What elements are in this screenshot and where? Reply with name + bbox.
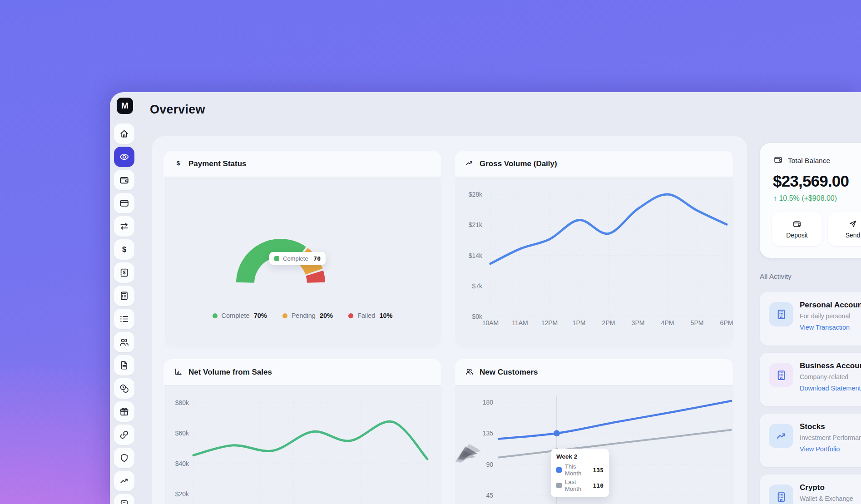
activity-icon-tile <box>769 363 793 387</box>
calculator-icon <box>119 291 129 301</box>
card-gross-volume-header: Gross Volume (Daily) <box>455 151 733 177</box>
legend-label: Failed <box>357 312 376 319</box>
activity-title: Personal Account <box>800 301 861 310</box>
sidebar-item-users[interactable] <box>114 332 134 352</box>
total-balance-amount: $23,569.00 <box>773 172 861 190</box>
net-volume-line-chart: $80k$60k$40k$20k <box>164 385 441 504</box>
activity-card-business-account[interactable]: Business AccountCompany-relatedDownload … <box>760 353 861 406</box>
legend-item-pending: Pending20% <box>282 312 333 319</box>
app-logo[interactable]: M <box>117 98 133 114</box>
sidebar-item-trend[interactable] <box>114 471 134 491</box>
card-payment-status: $ Payment Status Complete 70 Complete70%… <box>164 151 441 346</box>
sidebar-item-receipt[interactable]: $ <box>114 262 134 283</box>
tooltip-value: 110 <box>593 482 604 489</box>
axis-tick-label: $0k <box>455 313 482 320</box>
svg-text:$: $ <box>122 245 126 253</box>
users-icon <box>465 367 474 378</box>
sidebar-item-coins[interactable] <box>114 378 134 399</box>
activity-title: Crypto <box>800 483 861 492</box>
building-icon <box>775 308 787 321</box>
sidebar-item-transfer[interactable] <box>114 216 134 237</box>
legend-item-complete: Complete70% <box>213 312 267 319</box>
customers-tooltip: Week 2 This Month135Last Month110 <box>551 449 609 497</box>
dollar-icon: $ <box>119 244 129 255</box>
card-title: Payment Status <box>188 159 247 168</box>
axis-tick-label: 180 <box>455 399 493 406</box>
axis-tick-label: 12PM <box>541 319 558 326</box>
send-button[interactable]: Send <box>828 212 861 246</box>
card-title: New Customers <box>480 368 538 377</box>
tooltip-row: This Month135 <box>556 463 604 477</box>
activity-link[interactable]: View Transaction <box>800 324 861 331</box>
activity-title: Business Account <box>800 361 861 371</box>
sidebar-item-link[interactable] <box>114 425 134 445</box>
tooltip-label: Complete <box>283 255 310 262</box>
gross-volume-line-chart: $28k$21k$14k$7k$0k10AM11AM12PM1PM2PM3PM4… <box>455 177 733 346</box>
tooltip-swatch <box>556 483 562 488</box>
sidebar-item-eye[interactable] <box>114 147 134 167</box>
sidebar-item-file[interactable] <box>114 355 134 376</box>
total-balance-card: Total Balance $23,569.00 ↑ 10.5% (+$908.… <box>760 143 861 258</box>
eye-icon <box>119 152 129 162</box>
axis-tick-label: $60k <box>164 430 189 437</box>
gauge-legend: Complete70%Pending20%Failed10% <box>164 312 441 319</box>
building-icon <box>775 369 787 381</box>
bar-chart-icon <box>174 367 183 376</box>
trend-icon <box>465 159 474 169</box>
wallet-icon <box>119 175 129 185</box>
sidebar-item-device[interactable] <box>114 494 134 504</box>
activity-card-crypto[interactable]: CryptoWallet & Exchange <box>760 474 861 504</box>
axis-tick-label: 10AM <box>482 319 499 326</box>
axis-tick-label: $21k <box>455 221 482 228</box>
axis-tick-label: $20k <box>164 490 189 498</box>
sidebar-item-gift[interactable] <box>114 401 134 422</box>
axis-tick-label: 4PM <box>661 319 674 326</box>
list-icon <box>119 314 129 324</box>
activity-link[interactable]: Download Statement <box>800 385 861 392</box>
legend-value: 20% <box>320 312 333 319</box>
trend-icon <box>119 476 129 486</box>
dollar-icon: $ <box>174 159 183 168</box>
sidebar-item-home[interactable] <box>114 124 134 144</box>
tooltip-value: 135 <box>593 467 604 474</box>
all-activity-heading: All Activity <box>760 272 792 281</box>
axis-tick-label: 2PM <box>602 319 615 326</box>
activity-subtitle: Wallet & Exchange <box>800 495 861 502</box>
tooltip-value: 70 <box>313 255 321 262</box>
wallet-icon <box>773 155 783 166</box>
payment-status-gauge-chart: Complete 70 Complete70%Pending20%Failed1… <box>164 177 441 346</box>
axis-tick-label: $40k <box>164 460 189 467</box>
activity-link[interactable]: View Portfolio <box>800 445 861 453</box>
legend-dot <box>282 313 287 318</box>
axis-tick-label: 90 <box>455 461 493 468</box>
legend-dot <box>348 313 353 318</box>
deposit-button[interactable]: Deposit <box>772 212 822 246</box>
sidebar-item-wallet[interactable] <box>114 170 134 190</box>
receipt-icon: $ <box>119 267 129 278</box>
shield-icon <box>119 453 129 463</box>
send-icon <box>848 219 857 228</box>
users-icon <box>119 337 129 347</box>
tooltip-swatch <box>556 467 562 473</box>
net-volume-svg <box>164 385 441 504</box>
activity-title: Stocks <box>800 422 861 431</box>
axis-tick-label: 135 <box>455 430 493 437</box>
sidebar-item-shield[interactable] <box>114 448 134 468</box>
svg-text:$: $ <box>177 159 180 166</box>
sidebar-item-calculator[interactable] <box>114 286 134 306</box>
file-icon <box>119 360 129 371</box>
card-net-volume-header: Net Volume from Sales <box>164 360 441 385</box>
activity-card-personal-account[interactable]: Personal AccountFor daily personalView T… <box>760 292 861 346</box>
sidebar-item-dollar[interactable]: $ <box>114 239 134 260</box>
activity-text: StocksInvestment PerformanceView Portfol… <box>800 422 861 453</box>
page-title: Overview <box>150 103 205 117</box>
wallet-icon <box>792 219 802 228</box>
desktop: { "app": { "logo_letter": "M", "page_tit… <box>0 0 861 504</box>
legend-label: Complete <box>222 312 250 319</box>
balance-actions: DepositSend <box>772 212 861 246</box>
tooltip-label: This Month <box>565 463 590 477</box>
sidebar-item-credit-card[interactable] <box>114 193 134 213</box>
activity-card-stocks[interactable]: StocksInvestment PerformanceView Portfol… <box>760 414 861 467</box>
sidebar-item-list[interactable] <box>114 309 134 329</box>
button-label: Send <box>846 232 861 239</box>
